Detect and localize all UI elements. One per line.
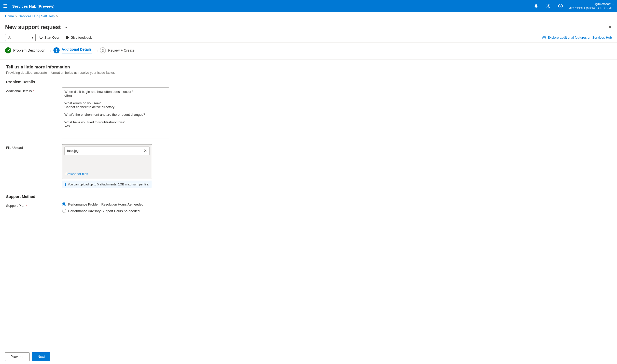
dropdown-arrow-icon: ▾	[32, 36, 33, 39]
svg-rect-4	[543, 37, 546, 39]
app-title: Services Hub (Preview)	[12, 4, 529, 8]
upload-info: ℹ You can upload up to 5 attachments. 1G…	[62, 181, 152, 188]
support-plan-required: *	[26, 204, 27, 208]
additional-details-label: Additional Details *	[6, 88, 57, 93]
checkmark-icon	[6, 49, 10, 52]
bottom-navigation-bar: Previous Next	[0, 349, 617, 360]
step-additional-details[interactable]: 2 Additional Details	[53, 46, 95, 55]
top-navigation-bar: ☰ Services Hub (Preview) ? @microsoft...…	[0, 0, 617, 12]
context-dropdown[interactable]: ▾	[5, 34, 36, 41]
settings-icon[interactable]	[544, 2, 552, 10]
next-button[interactable]: Next	[32, 352, 50, 360]
svg-text:?: ?	[560, 5, 561, 8]
step-arrow-1: ›	[50, 49, 51, 53]
support-plan-label: Support Plan *	[6, 202, 57, 208]
svg-point-0	[548, 6, 549, 7]
file-drop-area[interactable]: Browse for files	[64, 156, 150, 177]
file-upload-row: File Upload task.jpg ✕ Browse for files …	[6, 144, 611, 188]
step-2-circle: 2	[53, 47, 60, 53]
support-method-title: Support Method	[6, 194, 611, 199]
radio-input-2[interactable]	[62, 209, 66, 213]
file-upload-box: task.jpg ✕ Browse for files	[62, 144, 152, 179]
step-arrow-2: ›	[97, 49, 98, 53]
notifications-icon[interactable]	[532, 2, 540, 10]
user-account[interactable]: @microsoft.... MICROSOFT (MICROSOFT.ONMI…	[569, 2, 614, 10]
additional-details-row: Additional Details * When did it begin a…	[6, 88, 611, 139]
support-plan-row: Support Plan * Performance Problem Resol…	[6, 202, 611, 215]
problem-details-title: Problem Details	[6, 80, 611, 84]
close-button[interactable]: ✕	[608, 24, 612, 30]
top-bar-icons: ? @microsoft.... MICROSOFT (MICROSOFT.ON…	[532, 2, 614, 10]
dropdown-value	[7, 35, 31, 40]
browse-files-link[interactable]: Browse for files	[65, 172, 88, 176]
step-review-create[interactable]: 3 Review + Create	[100, 46, 137, 55]
main-content: Tell us a little more information Provid…	[0, 60, 617, 360]
info-icon: ℹ	[65, 182, 66, 186]
remove-file-button[interactable]: ✕	[144, 148, 147, 153]
breadcrumb: Home > Services Hub | Self Help >	[0, 12, 617, 20]
give-feedback-label: Give feedback	[71, 36, 92, 39]
refresh-icon	[39, 36, 43, 39]
help-icon[interactable]: ?	[556, 2, 565, 10]
radio-option-1: Performance Problem Resolution Hours As-…	[62, 202, 169, 206]
radio-label-2[interactable]: Performance Advisory Support Hours As-ne…	[68, 209, 139, 213]
file-name: task.jpg	[67, 149, 79, 153]
start-over-label: Start Over	[44, 36, 59, 39]
user-tenant: MICROSOFT (MICROSOFT.ONMI...	[569, 6, 614, 10]
page-title: New support request	[5, 24, 61, 31]
explore-label: Explore additional features on Services …	[548, 36, 612, 39]
step-2-label: Additional Details	[62, 47, 92, 53]
step-problem-description[interactable]: Problem Description	[5, 46, 48, 55]
feedback-icon	[65, 36, 69, 39]
step-1-label: Problem Description	[13, 48, 45, 52]
upload-info-text: You can upload up to 5 attachments. 1GB …	[68, 183, 149, 186]
explore-features-link[interactable]: Explore additional features on Services …	[542, 36, 612, 39]
start-over-button[interactable]: Start Over	[37, 34, 62, 41]
page-header: New support request ··· ✕	[0, 20, 617, 33]
file-upload-label: File Upload	[6, 144, 57, 150]
user-email: @microsoft....	[569, 2, 614, 6]
additional-details-textarea[interactable]: When did it begin and how often does it …	[62, 88, 169, 138]
step-1-circle	[5, 47, 11, 53]
additional-details-field: When did it begin and how often does it …	[62, 88, 169, 139]
radio-label-1[interactable]: Performance Problem Resolution Hours As-…	[68, 202, 144, 206]
support-method-section: Support Method Support Plan * Performanc…	[6, 194, 611, 215]
svg-point-3	[9, 36, 10, 37]
file-upload-area: task.jpg ✕ Browse for files ℹ You can up…	[62, 144, 152, 188]
more-options-icon[interactable]: ···	[63, 25, 67, 30]
support-plan-options: Performance Problem Resolution Hours As-…	[62, 202, 169, 215]
required-indicator: *	[33, 89, 34, 93]
step-3-label: Review + Create	[108, 48, 134, 52]
section-subtitle: Providing detailed, accurate information…	[6, 71, 611, 75]
breadcrumb-sep-1: >	[16, 14, 17, 18]
breadcrumb-services-hub[interactable]: Services Hub | Self Help	[19, 14, 55, 18]
section-title: Tell us a little more information	[6, 65, 611, 70]
toolbar: ▾ Start Over Give feedback Explore addit…	[0, 33, 617, 43]
file-item: task.jpg ✕	[64, 147, 150, 155]
step-3-circle: 3	[100, 47, 106, 53]
hamburger-menu-button[interactable]: ☰	[3, 3, 7, 9]
steps-bar: Problem Description › 2 Additional Detai…	[0, 43, 617, 60]
give-feedback-button[interactable]: Give feedback	[63, 34, 94, 41]
explore-icon	[542, 36, 546, 39]
breadcrumb-home[interactable]: Home	[5, 14, 14, 18]
previous-button[interactable]: Previous	[5, 352, 30, 360]
radio-input-1[interactable]	[62, 202, 66, 206]
radio-option-2: Performance Advisory Support Hours As-ne…	[62, 209, 169, 213]
breadcrumb-sep-2: >	[56, 14, 58, 18]
